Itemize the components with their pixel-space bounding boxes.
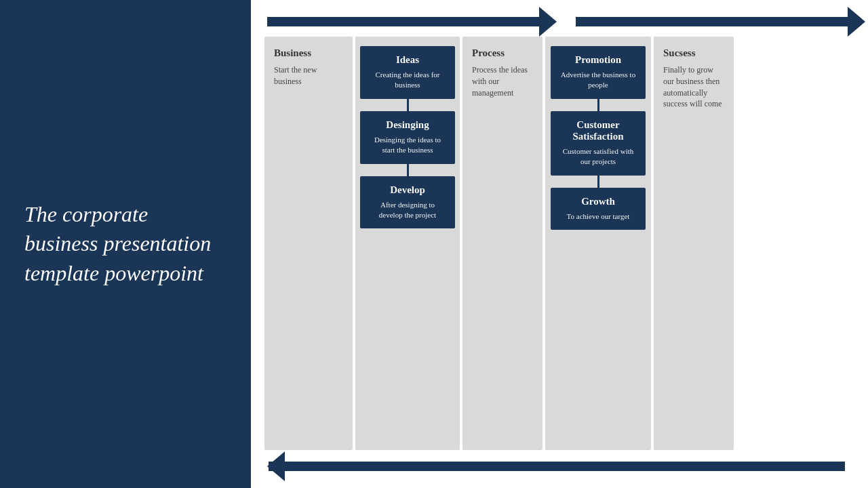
right-panel: Business Start the new business Ideas Cr… xyxy=(251,0,868,488)
business-header: Business xyxy=(274,47,343,59)
top-arrow-1 xyxy=(267,14,539,30)
bottom-arrow-container xyxy=(264,458,848,474)
ideas-desc: Creating the ideas for business xyxy=(370,70,446,91)
growth-box: Growth To achieve our target xyxy=(551,188,646,230)
main-title: The corporate business presentation temp… xyxy=(24,200,226,288)
desinging-title: Desinging xyxy=(370,119,446,131)
right-main-column: Promotion Advertise the business to peop… xyxy=(545,37,651,450)
process-header: Process xyxy=(472,47,533,59)
promotion-title: Promotion xyxy=(560,54,636,66)
promotion-box: Promotion Advertise the business to peop… xyxy=(551,46,646,99)
develop-box: Develop After designing to develop the p… xyxy=(360,176,455,229)
desinging-box: Desinging Desinging the ideas to start t… xyxy=(360,111,455,164)
develop-title: Develop xyxy=(370,184,446,196)
customer-title: Customer Satisfaction xyxy=(560,119,636,142)
bottom-arrow xyxy=(267,458,845,474)
bottom-arrow-body xyxy=(269,462,845,471)
connector-4 xyxy=(597,176,599,188)
bottom-arrow-head xyxy=(267,451,285,481)
connector-1 xyxy=(407,99,409,111)
top-arrow-2 xyxy=(576,14,848,30)
success-column: Sucsess Finally to grow our business the… xyxy=(654,37,734,450)
connector-2 xyxy=(407,164,409,176)
process-column: Process Process the ideas with our manag… xyxy=(462,37,542,450)
process-desc: Process the ideas with our management xyxy=(472,64,533,98)
business-desc: Start the new business xyxy=(274,64,343,87)
customer-satisfaction-box: Customer Satisfaction Customer satisfied… xyxy=(551,111,646,176)
success-header: Sucsess xyxy=(663,47,724,59)
business-column: Business Start the new business xyxy=(264,37,353,450)
develop-desc: After designing to develop the project xyxy=(370,200,446,221)
desinging-desc: Desinging the ideas to start the busines… xyxy=(370,135,446,156)
promotion-desc: Advertise the business to people xyxy=(560,70,636,91)
growth-desc: To achieve our target xyxy=(560,211,636,222)
connector-3 xyxy=(597,99,599,111)
top-arrows xyxy=(264,14,848,30)
success-desc: Finally to grow our business then automa… xyxy=(663,64,724,110)
left-panel: The corporate business presentation temp… xyxy=(0,0,251,488)
ideas-title: Ideas xyxy=(370,54,446,66)
growth-title: Growth xyxy=(560,196,636,207)
customer-desc: Customer satisfied with our projects xyxy=(560,146,636,167)
center-column: Ideas Creating the ideas for business De… xyxy=(355,37,460,450)
ideas-box: Ideas Creating the ideas for business xyxy=(360,46,455,99)
main-content: Business Start the new business Ideas Cr… xyxy=(264,37,848,450)
